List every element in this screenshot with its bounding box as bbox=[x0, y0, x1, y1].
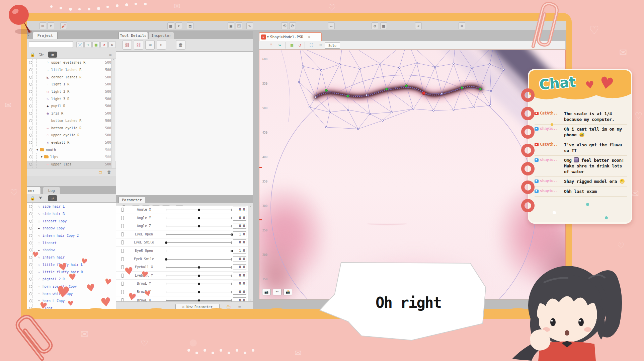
deformer-row[interactable]: ✧horn sparkle Copy bbox=[27, 283, 116, 290]
snapshot-add-icon[interactable]: 📸 bbox=[284, 289, 292, 295]
tree-row[interactable]: —bottom eyelid R500 bbox=[27, 124, 116, 132]
project-menu-icon[interactable]: ≡ bbox=[109, 52, 112, 57]
visibility-toggle[interactable] bbox=[29, 271, 32, 274]
visibility-toggle[interactable] bbox=[29, 134, 32, 137]
grid-icon[interactable]: ⌗ bbox=[317, 43, 324, 48]
visibility-toggle[interactable] bbox=[29, 76, 32, 79]
deformer-row[interactable]: ❧little fluffy hair L bbox=[27, 261, 116, 269]
grid-green-icon[interactable]: ▦ bbox=[92, 41, 100, 48]
slider-handle[interactable] bbox=[198, 217, 200, 219]
transform-icon[interactable]: ⤫ bbox=[76, 41, 84, 48]
slider-handle[interactable] bbox=[198, 266, 200, 269]
parameter-row[interactable]: BrowL Y0.0 bbox=[116, 280, 248, 288]
parameter-row[interactable]: Angle Z0.0 bbox=[116, 222, 248, 230]
tab-tool-details[interactable]: Tool Details bbox=[118, 32, 148, 39]
parameter-value[interactable]: 0.0 bbox=[233, 297, 246, 301]
bottom-menu-icon[interactable]: ≡ bbox=[238, 304, 241, 309]
deformer-row[interactable]: ∿side hair L bbox=[27, 203, 116, 210]
tree-row[interactable]: ○light 2 R500 bbox=[27, 88, 116, 95]
slider-handle[interactable] bbox=[198, 275, 200, 277]
visibility-toggle[interactable] bbox=[29, 292, 32, 295]
toolbar-icon[interactable]: ⚙ bbox=[372, 22, 378, 29]
parameter-value[interactable]: 1.0 bbox=[233, 248, 246, 254]
parameter-slider[interactable] bbox=[166, 218, 232, 218]
parameter-slider[interactable] bbox=[166, 259, 232, 260]
tab-inspector[interactable]: Inspector bbox=[149, 32, 174, 39]
search-dark-icon[interactable]: ⌕ bbox=[108, 41, 116, 48]
slider-handle[interactable] bbox=[231, 233, 233, 236]
project-search-input[interactable] bbox=[29, 41, 73, 48]
new-parameter-button[interactable]: ⊕ New Parameter bbox=[175, 304, 220, 309]
curve-deform-icon[interactable]: ↪ bbox=[276, 43, 283, 48]
visibility-toggle[interactable] bbox=[29, 263, 32, 266]
tree-row[interactable]: ▬upper lips500 bbox=[27, 161, 116, 168]
parameter-row[interactable]: EyeR Open1.0 bbox=[116, 247, 248, 255]
parameter-slider[interactable] bbox=[166, 276, 232, 276]
parameter-value[interactable]: 0.0 bbox=[233, 256, 246, 262]
document-tab[interactable]: ⇱ ▼ ShayiuModel.PSD × bbox=[259, 32, 322, 41]
solo-button[interactable]: Solo bbox=[325, 43, 340, 49]
keyform-link-icon[interactable] bbox=[121, 224, 124, 228]
parameter-slider[interactable] bbox=[166, 242, 232, 243]
visibility-toggle[interactable] bbox=[29, 97, 32, 100]
glue-green-icon[interactable]: ▦ bbox=[289, 43, 295, 48]
keyform-link-icon[interactable] bbox=[121, 282, 124, 286]
tab-parameter[interactable]: Parameter bbox=[118, 196, 145, 203]
toolbar-icon[interactable]: ▦ bbox=[380, 22, 387, 29]
visibility-toggle[interactable] bbox=[29, 119, 32, 122]
toolbar-icon[interactable]: ▾ bbox=[48, 22, 54, 29]
parameter-value[interactable]: 0.0 bbox=[233, 215, 246, 221]
toolbar-icon[interactable]: ▣ bbox=[228, 22, 234, 29]
tree-row[interactable]: ·light 1 R500 bbox=[27, 81, 116, 88]
deformer-row[interactable]: ◌lineart Copy bbox=[27, 217, 116, 225]
parameter-value[interactable]: 0.0 bbox=[233, 264, 246, 270]
undo-red-icon[interactable]: ↺ bbox=[100, 41, 108, 48]
parameter-value[interactable]: 0.0 bbox=[233, 223, 246, 229]
eraser-icon[interactable]: ⌫ bbox=[145, 40, 155, 50]
parameter-slider[interactable] bbox=[166, 251, 232, 251]
toolbar-icon[interactable]: ▦ bbox=[167, 22, 174, 29]
visibility-toggle[interactable] bbox=[29, 248, 32, 251]
toolbar-icon[interactable]: ⌕ bbox=[415, 22, 422, 29]
visibility-toggle[interactable] bbox=[29, 141, 32, 144]
keyform-link-icon[interactable] bbox=[121, 290, 124, 294]
toolbar-icon[interactable]: ⟲ bbox=[281, 22, 288, 29]
tree-row[interactable]: ▼mouth500 bbox=[27, 146, 116, 153]
parameter-slider[interactable] bbox=[166, 292, 232, 292]
deformer-row[interactable]: ∿side hair R bbox=[27, 210, 116, 218]
tree-row[interactable]: ◞little lashes R500 bbox=[27, 66, 116, 74]
slider-handle[interactable] bbox=[198, 209, 200, 211]
snapshot-icon[interactable]: 📷 bbox=[262, 289, 271, 295]
keyform-link-icon[interactable] bbox=[121, 257, 124, 261]
parameter-value[interactable]: 0.0 bbox=[233, 289, 246, 295]
parameter-row[interactable]: EyeL Open1.0 bbox=[116, 230, 248, 239]
rotate-red-icon[interactable]: ↺ bbox=[297, 43, 303, 48]
link-view-icon[interactable]: ⚯ bbox=[273, 289, 281, 295]
toolbar-icon[interactable]: ✏ bbox=[328, 22, 335, 29]
parameter-slider[interactable] bbox=[166, 300, 232, 301]
keyform-link-icon[interactable] bbox=[121, 232, 124, 236]
deformer-row[interactable]: ✒shadow Copy bbox=[27, 225, 116, 232]
glue-add-icon[interactable]: ⛓ bbox=[123, 40, 132, 50]
slider-handle[interactable] bbox=[198, 225, 200, 227]
tree-row[interactable]: —bottom Lashes R500 bbox=[27, 117, 116, 125]
new-folder-icon[interactable]: 🗀 bbox=[98, 170, 102, 174]
keyform-link-icon[interactable] bbox=[121, 249, 124, 253]
tree-row[interactable]: ◣corner lashes R500 bbox=[27, 73, 116, 81]
parameter-value[interactable]: 1.0 bbox=[233, 231, 246, 237]
parameter-value[interactable]: 0.0 bbox=[233, 207, 246, 212]
visibility-toggle[interactable] bbox=[29, 299, 32, 302]
slider-handle[interactable] bbox=[165, 241, 167, 244]
collapse-circle-icon[interactable]: ⮟ bbox=[39, 196, 42, 200]
visibility-toggle[interactable] bbox=[29, 241, 32, 244]
tree-row[interactable]: ◠upper eyelid R500 bbox=[27, 132, 116, 139]
lock-icon[interactable]: 🔒 bbox=[30, 196, 35, 201]
expander-icon[interactable]: ▼ bbox=[41, 155, 44, 158]
visibility-toggle[interactable] bbox=[29, 155, 32, 158]
visibility-toggle[interactable] bbox=[29, 227, 32, 230]
parameter-row[interactable]: Angle X0.0 bbox=[116, 206, 248, 214]
arrow-tool-icon[interactable]: ➢ bbox=[157, 40, 166, 50]
tree-row[interactable]: ▼lips500 bbox=[27, 153, 116, 161]
keyform-link-icon[interactable] bbox=[121, 240, 124, 244]
slider-handle[interactable] bbox=[198, 291, 200, 293]
